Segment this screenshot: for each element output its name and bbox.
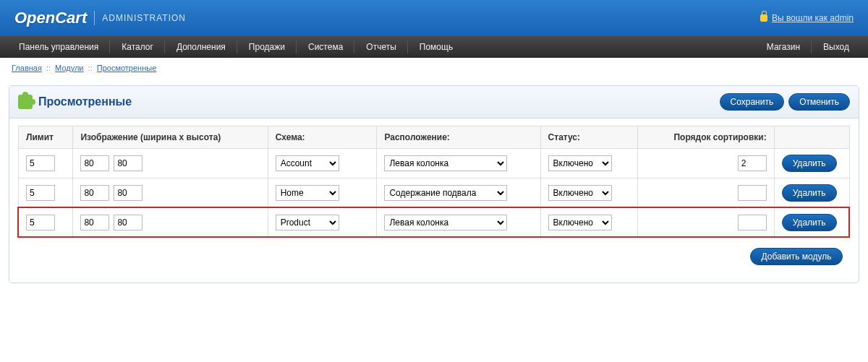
- sort-order-input[interactable]: [738, 215, 767, 230]
- add-module-button[interactable]: Добавить модуль: [750, 248, 842, 265]
- save-button[interactable]: Сохранить: [720, 93, 785, 111]
- content-box: Просмотренные Сохранить Отменить Лимит И…: [9, 85, 859, 283]
- th-sort: Порядок сортировки:: [638, 126, 774, 149]
- layout-select[interactable]: Account: [276, 155, 339, 171]
- height-input[interactable]: [114, 215, 142, 230]
- cancel-button[interactable]: Отменить: [788, 93, 850, 111]
- delete-button[interactable]: Удалить: [782, 214, 837, 231]
- th-limit: Лимит: [19, 126, 73, 149]
- status-select[interactable]: Включено: [548, 185, 612, 201]
- logged-in-link[interactable]: Вы вошли как admin: [772, 13, 854, 23]
- brand-logo: OpenCart: [14, 9, 87, 27]
- nav-item[interactable]: Дополнения: [165, 36, 237, 58]
- nav-item[interactable]: Продажи: [237, 36, 297, 58]
- modules-table: Лимит Изображение (ширина x высота) Схем…: [18, 126, 850, 271]
- nav-item[interactable]: Выход: [812, 36, 861, 58]
- nav-item[interactable]: Отчеты: [354, 36, 407, 58]
- limit-input[interactable]: [26, 185, 55, 201]
- height-input[interactable]: [114, 185, 142, 201]
- th-position: Расположение:: [377, 126, 540, 149]
- breadcrumb-link[interactable]: Главная: [12, 64, 42, 72]
- nav-item[interactable]: Помощь: [408, 36, 464, 58]
- brand-divider: [94, 11, 95, 25]
- th-action: [774, 126, 849, 149]
- height-input[interactable]: [114, 155, 142, 171]
- th-layout: Схема:: [268, 126, 377, 149]
- delete-button[interactable]: Удалить: [782, 184, 837, 202]
- breadcrumb: Главная :: Модули :: Просмотренные: [0, 58, 868, 78]
- table-row: AccountЛевая колонкаВключеноУдалить: [19, 149, 850, 178]
- page-title: Просмотренные: [38, 95, 720, 108]
- nav-item[interactable]: Каталог: [110, 36, 165, 58]
- nav-item[interactable]: Система: [297, 36, 354, 58]
- breadcrumb-link[interactable]: Просмотренные: [97, 64, 157, 72]
- nav-item[interactable]: Магазин: [755, 36, 812, 58]
- brand-subtitle: ADMINISTRATION: [102, 13, 186, 23]
- position-select[interactable]: Левая колонка: [384, 155, 507, 171]
- puzzle-icon: [18, 95, 33, 109]
- table-row: HomeСодержание подвалаВключеноУдалить: [19, 178, 850, 208]
- login-status: Вы вошли как admin: [760, 13, 854, 23]
- nav-item[interactable]: Панель управления: [7, 36, 110, 58]
- header-bar: OpenCart ADMINISTRATION Вы вошли как adm…: [0, 0, 868, 36]
- layout-select[interactable]: Product: [276, 215, 339, 230]
- main-nav: Панель управленияКаталогДополненияПродаж…: [0, 36, 868, 58]
- sort-order-input[interactable]: [738, 155, 767, 171]
- limit-input[interactable]: [26, 155, 55, 171]
- position-select[interactable]: Левая колонка: [384, 215, 507, 230]
- delete-button[interactable]: Удалить: [782, 155, 837, 172]
- width-input[interactable]: [80, 215, 109, 230]
- width-input[interactable]: [80, 155, 109, 171]
- th-image: Изображение (ширина x высота): [73, 126, 268, 149]
- table-row: ProductЛевая колонкаВключеноУдалить: [19, 208, 850, 238]
- width-input[interactable]: [80, 185, 109, 201]
- position-select[interactable]: Содержание подвала: [384, 185, 507, 201]
- limit-input[interactable]: [26, 215, 55, 230]
- layout-select[interactable]: Home: [276, 185, 339, 201]
- status-select[interactable]: Включено: [548, 215, 612, 230]
- sort-order-input[interactable]: [738, 185, 767, 201]
- breadcrumb-link[interactable]: Модули: [55, 64, 83, 72]
- th-status: Статус:: [540, 126, 638, 149]
- status-select[interactable]: Включено: [548, 155, 612, 171]
- content-heading: Просмотренные Сохранить Отменить: [9, 86, 859, 118]
- lock-icon: [760, 14, 767, 22]
- breadcrumb-sep: ::: [44, 64, 53, 72]
- breadcrumb-sep: ::: [86, 64, 95, 72]
